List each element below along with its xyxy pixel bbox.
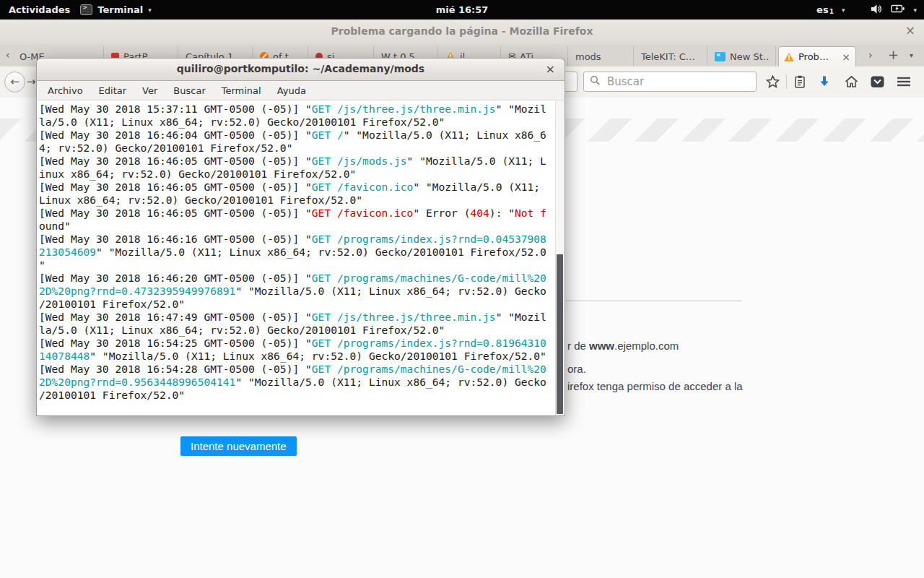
terminal-line: Linux x86_64; rv:52.0) Gecko/20100101 Fi… (39, 194, 565, 207)
terminal-line: [Wed May 30 2018 16:54:25 GMT-0500 (-05)… (39, 337, 565, 350)
retry-button[interactable]: Intente nuevamente (180, 436, 297, 456)
terminal-line: /20100101 Firefox/52.0" (39, 298, 565, 311)
terminal-menu-editar[interactable]: Editar (91, 85, 135, 96)
forward-button[interactable]: → (27, 75, 36, 88)
desktop: Problema cargando la página - Mozilla Fi… (0, 0, 924, 578)
tab-label: TeleKIT: C… (641, 51, 695, 62)
terminal-line: 213054609" "Mozilla/5.0 (X11; Linux x86_… (39, 246, 565, 259)
firefox-titlebar[interactable]: Problema cargando la página - Mozilla Fi… (0, 20, 924, 46)
battery-charging-icon[interactable] (891, 4, 905, 16)
window-title: Problema cargando la página - Mozilla Fi… (0, 25, 924, 37)
search-input[interactable] (606, 74, 750, 89)
tab-label: New St… (730, 51, 770, 62)
tab[interactable]: TeleKIT: C… (636, 46, 707, 66)
terminal-line: [Wed May 30 2018 16:46:05 GMT-0500 (-05)… (39, 181, 565, 194)
terminal-line: [Wed May 30 2018 16:46:05 GMT-0500 (-05)… (39, 155, 565, 168)
terminal-line: " (39, 259, 565, 272)
terminal-titlebar[interactable]: quiliro@portkomputilo: ~/Academany/mods … (36, 58, 565, 81)
terminal-menu-archivo[interactable]: Archivo (40, 85, 91, 96)
tab[interactable]: mods (570, 46, 634, 66)
home-icon[interactable] (842, 73, 860, 90)
warning-icon (784, 53, 794, 61)
search-icon (590, 75, 601, 89)
terminal-output[interactable]: [Wed May 30 2018 15:37:11 GMT-0500 (-05)… (36, 100, 565, 416)
suggestion-fragment-ejemplo: r de www.ejemplo.com (567, 340, 679, 352)
terminal-line: la/5.0 (X11; Linux x86_64; rv:52.0) Geck… (39, 324, 565, 337)
chevron-down-icon[interactable]: ▾ (842, 7, 845, 14)
clock[interactable]: mié 16:57 (0, 4, 924, 15)
download-icon[interactable] (816, 73, 833, 90)
terminal-line: /20100101 Firefox/52.0" (39, 389, 565, 402)
terminal-line: inux x86_64; rv:52.0) Gecko/20100101 Fir… (39, 168, 565, 181)
gnome-top-bar: Actividades Terminal ▾ mié 16:57 es1 ▾ ▾ (0, 0, 924, 20)
terminal-menu-terminal[interactable]: Terminal (214, 85, 269, 96)
bookmark-star-icon[interactable] (764, 73, 781, 90)
tab-scroll-left-button[interactable]: ‹ (6, 49, 10, 61)
terminal-line: 14078448" "Mozilla/5.0 (X11; Linux x86_6… (39, 350, 565, 363)
new-tab-button[interactable]: + (888, 47, 899, 62)
back-button[interactable]: ← (4, 72, 25, 92)
menu-hamburger-icon[interactable] (895, 73, 912, 90)
tab-scroll-right-button[interactable]: › (868, 49, 873, 61)
volume-icon[interactable] (871, 4, 883, 17)
terminal-line: [Wed May 30 2018 16:46:05 GMT-0500 (-05)… (39, 207, 565, 220)
terminal-menu-ayuda[interactable]: Ayuda (269, 85, 314, 96)
terminal-menubar: ArchivoEditarVerBuscarTerminalAyuda (36, 81, 565, 100)
window-close-button[interactable]: × (905, 23, 915, 38)
terminal-menu-buscar[interactable]: Buscar (165, 85, 213, 96)
terminal-line: [Wed May 30 2018 16:46:16 GMT-0500 (-05)… (39, 233, 565, 246)
terminal-line: ound" (39, 220, 565, 233)
terminal-line: 2D%20png?rnd=0.4732395949976891" "Mozill… (39, 285, 565, 298)
tab-close-button[interactable]: × (837, 51, 850, 63)
chevron-down-icon[interactable]: ▾ (913, 7, 917, 14)
terminal-scrollbar-thumb[interactable] (557, 254, 563, 414)
pocket-icon[interactable] (868, 73, 886, 90)
tab-label: mods (575, 51, 601, 62)
terminal-line: [Wed May 30 2018 16:47:49 GMT-0500 (-05)… (39, 311, 565, 324)
terminal-line: la/5.0 (X11; Linux x86_64; rv:52.0) Geck… (39, 116, 565, 129)
search-bar[interactable] (583, 72, 757, 92)
tab-list-dropdown[interactable]: ▾ (910, 51, 913, 59)
keyboard-layout-indicator[interactable]: es1 (816, 4, 834, 15)
terminal-line: 2D%20png?rnd=0.9563448996504141" "Mozill… (39, 376, 565, 389)
tab-label: Prob… (798, 51, 829, 62)
terminal-line: [Wed May 30 2018 16:46:04 GMT-0500 (-05)… (39, 129, 565, 142)
terminal-menu-ver[interactable]: Ver (134, 85, 165, 96)
suggestion-fragment-ora: ora. (567, 363, 586, 375)
tab[interactable]: New St… (710, 46, 776, 66)
terminal-scrollbar[interactable] (555, 100, 565, 415)
suggestion-fragment-firefox: irefox tenga permiso de acceder a la (567, 380, 743, 392)
toolbar-separator (786, 74, 787, 89)
terminal-close-button[interactable]: × (546, 62, 555, 76)
terminal-window: quiliro@portkomputilo: ~/Academany/mods … (36, 58, 565, 416)
terminal-line: [Wed May 30 2018 16:46:20 GMT-0500 (-05)… (39, 272, 565, 285)
terminal-title: quiliro@portkomputilo: ~/Academany/mods (37, 63, 565, 74)
blue-app-icon (715, 52, 725, 61)
terminal-line: [Wed May 30 2018 16:54:28 GMT-0500 (-05)… (39, 363, 565, 376)
terminal-line: [Wed May 30 2018 15:37:11 GMT-0500 (-05)… (39, 103, 565, 116)
terminal-line: 4; rv:52.0) Gecko/20100101 Firefox/52.0" (39, 142, 565, 155)
tab-active[interactable]: Prob…× (778, 46, 856, 66)
bookmarks-clipboard-icon[interactable] (791, 73, 808, 90)
